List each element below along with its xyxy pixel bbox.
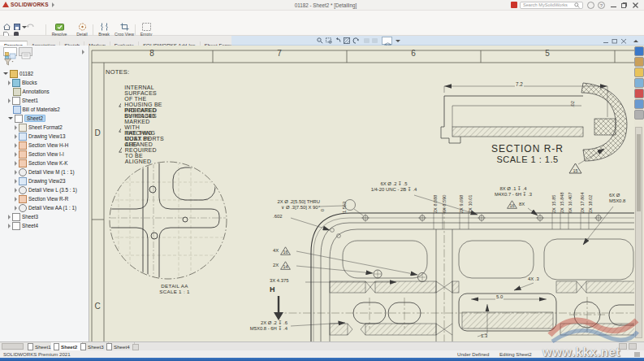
doc-minimize-icon[interactable]: [603, 38, 609, 44]
callout-2x-flag[interactable]: 2X 14: [273, 261, 291, 270]
tree-item-section-rr[interactable]: Section View R-R: [0, 194, 68, 203]
ordinate-dim[interactable]: 2X 18.02: [588, 195, 594, 213]
dim-02[interactable]: .02: [570, 101, 576, 107]
callout-8x-tap[interactable]: 8X Ø .1 ↧ .4M4X0.7 - 6H ↧ .3: [478, 186, 549, 198]
section-view-icon[interactable]: [344, 37, 350, 44]
restore-icon[interactable]: [619, 1, 629, 9]
forum-icon[interactable]: [634, 110, 644, 120]
tree-item-detail-l[interactable]: Detail View L (3.5 : 1): [0, 185, 77, 194]
ordinate-dim[interactable]: 2X 10.01: [468, 195, 473, 213]
status-options-icon[interactable]: [634, 352, 640, 357]
scrollbar-thumb[interactable]: [637, 134, 641, 211]
dim-5-0[interactable]: 5.0: [495, 294, 504, 300]
search-input[interactable]: Search MySolidWorks: [520, 2, 583, 9]
zoom-area-icon[interactable]: [326, 37, 332, 44]
collapse-ribbon-icon[interactable]: [633, 40, 638, 42]
tree-item-detail-aa[interactable]: Detail View AA (1 : 1): [0, 203, 76, 212]
doc-restore-icon[interactable]: [612, 38, 618, 44]
tree-item-drawing-view13[interactable]: Drawing View13: [0, 132, 65, 141]
tree-item-section-kk[interactable]: Section View K-K: [0, 159, 68, 167]
tree-item-drawing-view23[interactable]: Drawing View23: [0, 176, 65, 185]
tree-item-sheet3[interactable]: Sheet3: [0, 212, 38, 221]
expander-icon[interactable]: [8, 80, 11, 85]
section-rr-label[interactable]: SECTION R-R SCALE 1 : 1.5: [456, 143, 599, 164]
view-settings-caret-icon[interactable]: [395, 40, 400, 42]
expander-icon[interactable]: [15, 206, 17, 211]
expander-icon[interactable]: [15, 188, 17, 193]
custom-properties-icon[interactable]: [634, 99, 644, 109]
tree-item-section-ii[interactable]: Section View I-I: [0, 150, 64, 159]
ordinate-dim[interactable]: 2X 8.088: [433, 195, 439, 213]
panel-expand-icon[interactable]: [82, 50, 84, 54]
dim-4x-3[interactable]: 4X .3: [528, 276, 539, 282]
expander-icon[interactable]: [15, 134, 17, 139]
expander-icon[interactable]: [3, 72, 8, 75]
edit-appearance-icon[interactable]: [372, 38, 378, 43]
callout-cbore[interactable]: 2X Ø .2[5.50] THRU∨ Ø .3[7.50] X 90°: [234, 199, 320, 211]
callout-6x-right[interactable]: 6X ØM5X0.8: [609, 193, 625, 205]
tree-item-blocks[interactable]: Blocks: [0, 78, 37, 87]
expander-icon[interactable]: [15, 125, 17, 130]
dim-7-2[interactable]: 7.2: [515, 81, 524, 88]
drawing-sheet[interactable]: 8 7 6 5 D C NOTES: 13 INTERNAL SURFACES …: [89, 46, 644, 341]
ordinate-dim[interactable]: 2X 15.85: [551, 195, 557, 213]
ordinate-dim[interactable]: 2X 9.698: [459, 195, 465, 213]
note-15[interactable]: 15 THE TWO COAX PORTS ARE REQUIRED TO BE…: [119, 130, 166, 164]
expander-icon[interactable]: [15, 179, 17, 184]
solidworks-resources-icon[interactable]: [511, 2, 517, 8]
dim-3x-4375[interactable]: 3X 4.375: [270, 278, 289, 284]
callout-4x-flag[interactable]: 4X 16: [273, 246, 291, 255]
save-icon[interactable]: [14, 24, 20, 30]
zoom-fit-icon[interactable]: [317, 37, 323, 44]
design-library-icon[interactable]: [634, 57, 644, 67]
tree-item-sheet-format2[interactable]: Sheet Format2: [0, 123, 63, 132]
callout-flag16-8x[interactable]: 16 8X: [507, 200, 525, 209]
ordinate-dim[interactable]: 2X 15.848: [560, 192, 565, 213]
expander-icon[interactable]: [15, 170, 17, 175]
appearances-scenes-icon[interactable]: [634, 89, 644, 98]
view-palette-icon[interactable]: [634, 78, 644, 88]
tree-item-annotations[interactable]: Annotations: [0, 87, 50, 96]
expander-icon[interactable]: [8, 117, 13, 120]
feature-tree-tab[interactable]: [3, 47, 17, 56]
expander-icon[interactable]: [15, 197, 17, 202]
expander-icon[interactable]: [8, 224, 11, 228]
logo-expand-icon[interactable]: [52, 2, 54, 7]
tree-item-root[interactable]: 01182: [0, 69, 33, 78]
minimize-icon[interactable]: [608, 1, 618, 9]
ordinate-dim[interactable]: 2X 17.864: [580, 192, 586, 213]
tree-item-sheet2[interactable]: Sheet2: [0, 114, 45, 123]
search-icon[interactable]: [574, 2, 580, 8]
expander-icon[interactable]: [15, 143, 17, 148]
expander-icon[interactable]: [15, 152, 17, 157]
horizontal-scrollbar[interactable]: [2, 343, 24, 350]
vertical-scrollbar[interactable]: [635, 127, 642, 338]
user-account-icon[interactable]: [587, 2, 594, 9]
section-arrow-h-label[interactable]: H: [270, 285, 275, 294]
ordinate-dim[interactable]: 6X 8.590: [442, 195, 447, 213]
detail-aa-geometry[interactable]: [109, 162, 227, 279]
expander-icon[interactable]: [8, 98, 11, 103]
dim-1-3[interactable]: 1.3: [481, 333, 487, 339]
dim-0[interactable]: 0: [320, 209, 326, 211]
rotate-view-icon[interactable]: [352, 37, 359, 44]
tree-item-section-hh[interactable]: Section View H-H: [0, 141, 68, 150]
add-sheet-icon[interactable]: [132, 344, 139, 350]
undo-icon[interactable]: [27, 24, 34, 30]
view-orientation-icon[interactable]: [382, 37, 392, 45]
tree-item-bom[interactable]: Bill of Materials2: [0, 105, 60, 114]
callout-6x-tap[interactable]: 6X Ø .2 ↧ .51/4-20 UNC - 2B ↧ .4: [353, 181, 434, 194]
tree-item-sheet1[interactable]: Sheet1: [0, 96, 38, 105]
filter-icon[interactable]: [4, 59, 14, 66]
notes-block[interactable]: NOTES: 13 INTERNAL SURFACES OF THE HOUSI…: [106, 68, 129, 76]
tree-item-detail-m[interactable]: Detail View M (1 : 1): [0, 167, 75, 176]
property-manager-tab[interactable]: [19, 47, 32, 56]
hide-show-items-icon[interactable]: [364, 38, 370, 43]
help-icon[interactable]: ?: [598, 2, 605, 9]
dim-1563[interactable]: 1.563: [342, 202, 348, 213]
file-explorer-icon[interactable]: [634, 67, 644, 77]
previous-view-icon[interactable]: [335, 37, 341, 44]
detail-aa-label[interactable]: DETAIL AASCALE 1 : 1: [134, 283, 215, 294]
tree-item-sheet4[interactable]: Sheet4: [0, 221, 38, 230]
doc-close-icon[interactable]: [620, 38, 627, 44]
